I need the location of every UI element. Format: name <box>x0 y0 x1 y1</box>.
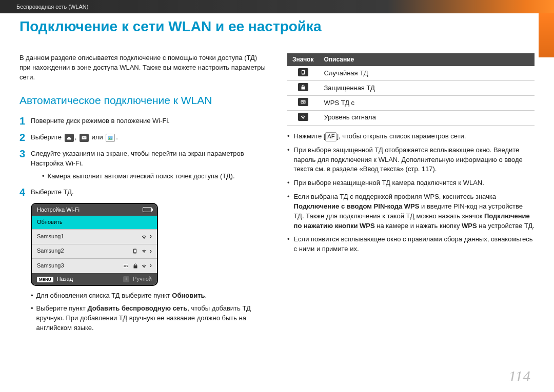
step-text: Выберите ТД. <box>31 187 267 198</box>
step-text: Выберите , или . <box>31 132 267 143</box>
photo-icon <box>106 134 115 142</box>
step-4: 4 Выберите ТД. <box>19 187 267 198</box>
right-bullet-1: Нажмите [AF], чтобы открыть список парам… <box>287 132 535 141</box>
step-text: Следуйте указаниям на экране, чтобы пере… <box>31 148 267 181</box>
right-bullet-5: Если появится всплывающее окно с правила… <box>287 235 535 254</box>
wps-icon <box>298 98 308 106</box>
wifi-widget-title: Настройка Wi-Fi <box>37 206 80 214</box>
right-bullet-2: При выборе защищенной ТД отображается вс… <box>287 146 535 175</box>
footer-manual[interactable]: + Ручной <box>123 275 152 283</box>
page-title: Подключение к сети WLAN и ее настройка <box>19 18 535 35</box>
wifi-row-refresh[interactable]: Обновить <box>32 216 157 229</box>
step-3: 3 Следуйте указаниям на экране, чтобы пе… <box>19 148 267 181</box>
row-icons: › <box>121 261 152 270</box>
after-bullet-2: Выберите пункт Добавить беспроводную сет… <box>19 304 267 333</box>
wifi-row-item[interactable]: Samsung2 › <box>32 244 157 258</box>
step-number: 4 <box>19 187 31 198</box>
step-2: 2 Выберите , или . <box>19 132 267 143</box>
columns: В данном разделе описывается подключение… <box>19 53 535 333</box>
breadcrumb: Беспроводная сеть (WLAN) <box>16 4 88 10</box>
table-row: Уровень сигнала <box>287 110 535 125</box>
af-key: AF <box>325 132 337 141</box>
subheading: Автоматическое подключение к WLAN <box>19 93 267 108</box>
step-text: Поверните диск режимов в положение Wi-Fi… <box>31 115 267 127</box>
left-column: В данном разделе описывается подключение… <box>19 53 267 333</box>
plus-icon: + <box>123 276 129 282</box>
after-bullet-1: Для обновления списка ТД выберите пункт … <box>19 291 267 301</box>
adhoc-ap-icon <box>298 68 308 76</box>
table-row: Случайная ТД <box>287 66 535 80</box>
battery-icon <box>143 207 152 212</box>
page-number: 114 <box>508 367 530 385</box>
step-number: 3 <box>19 148 31 181</box>
table-row: WPS ТД с <box>287 96 535 111</box>
step-number: 2 <box>19 132 31 143</box>
footer-back[interactable]: MENU Назад <box>37 275 73 283</box>
table-row: Защищенная ТД <box>287 81 535 96</box>
mail-icon <box>80 134 89 142</box>
wifi-widget-footer: MENU Назад + Ручной <box>32 273 157 285</box>
wifi-row-item[interactable]: Samsung1 › <box>32 229 157 243</box>
wifi-widget: Настройка Wi-Fi Обновить Samsung1 › Sams… <box>31 203 158 286</box>
menu-tag: MENU <box>37 277 53 282</box>
row-icons: › <box>131 247 152 256</box>
chevron-right-icon: › <box>150 247 152 256</box>
wifi-widget-header: Настройка Wi-Fi <box>32 204 157 216</box>
chevron-right-icon: › <box>150 232 152 241</box>
step-number: 1 <box>19 115 31 127</box>
right-bullet-4: Если выбрана ТД с поддержкой профиля WPS… <box>287 192 535 231</box>
right-column: Значок Описание Случайная ТД Защищенная … <box>287 53 535 333</box>
icon-table: Значок Описание Случайная ТД Защищенная … <box>287 53 535 126</box>
step-3-sub: Камера выполнит автоматический поиск точ… <box>31 172 267 181</box>
wifi-row-item[interactable]: Samsung3 › <box>32 258 157 273</box>
wifi-label: Wi-Fi <box>152 117 168 125</box>
row-icons: › <box>141 232 152 241</box>
th-desc: Описание <box>319 53 535 66</box>
page-body: Подключение к сети WLAN и ее настройка В… <box>0 13 554 392</box>
cloud-icon <box>65 134 74 142</box>
top-bar: Беспроводная сеть (WLAN) <box>0 0 554 13</box>
wifi-signal-icon <box>298 113 308 121</box>
right-bullet-3: При выборе незащищенной ТД камера подклю… <box>287 178 535 188</box>
chevron-right-icon: › <box>150 261 152 270</box>
intro-text: В данном разделе описывается подключение… <box>19 53 267 82</box>
th-icon: Значок <box>287 53 319 66</box>
step-1: 1 Поверните диск режимов в положение Wi-… <box>19 115 267 127</box>
lock-icon <box>298 83 308 91</box>
